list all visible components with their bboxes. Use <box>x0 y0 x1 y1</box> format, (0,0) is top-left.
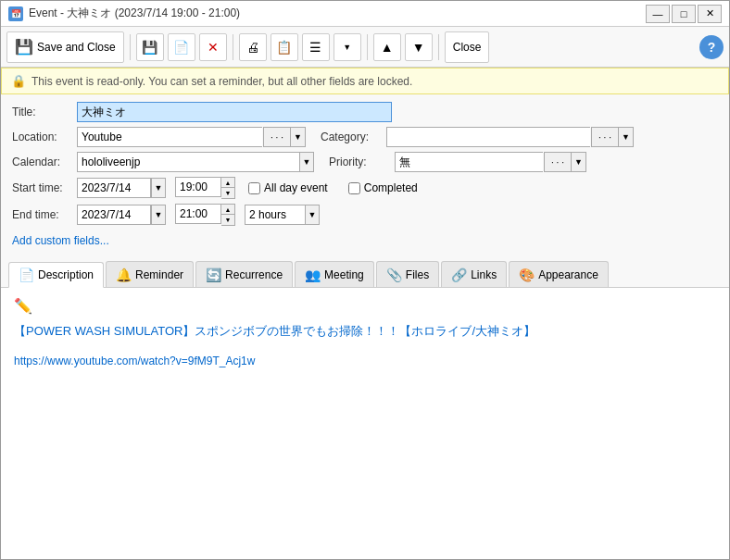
print-button[interactable]: 🖨 <box>239 33 267 61</box>
save-close-button[interactable]: 💾 Save and Close <box>6 31 124 63</box>
priority-combo: · · · ▼ <box>395 152 586 172</box>
end-time-down[interactable]: ▼ <box>221 215 234 225</box>
description-tab-icon: 📄 <box>19 268 34 282</box>
content-main-text: 【POWER WASH SIMULATOR】スポンジボブの世界でもお掃除！！！【… <box>14 322 716 342</box>
list-dropdown-button[interactable]: ▼ <box>334 33 361 61</box>
reminder-tab-icon: 🔔 <box>116 268 132 282</box>
toolbar-separator-3 <box>367 34 368 60</box>
completed-label: Completed <box>364 181 418 194</box>
appearance-tab-icon: 🎨 <box>519 268 535 282</box>
content-area: ✏️ 【POWER WASH SIMULATOR】スポンジボブの世界でもお掃除！… <box>1 288 729 559</box>
calendar-priority-row: Calendar: ▼ Priority: · · · ▼ <box>12 152 718 172</box>
tabs-bar: 📄 Description 🔔 Reminder 🔄 Recurrence 👥 … <box>1 261 729 288</box>
window-icon: 📅 <box>8 6 23 21</box>
title-input[interactable] <box>77 102 392 122</box>
start-date-input[interactable] <box>77 178 151 198</box>
duration-combo: ▼ <box>245 205 320 225</box>
maximize-button[interactable]: □ <box>672 5 696 23</box>
title-bar: 📅 Event - 大神ミオ (2023/7/14 19:00 - 21:00)… <box>1 1 729 27</box>
title-bar-controls: — □ ✕ <box>646 5 722 23</box>
info-message: This event is read-only. You can set a r… <box>31 75 412 88</box>
appearance-tab-label: Appearance <box>538 268 598 281</box>
window-title: Event - 大神ミオ (2023/7/14 19:00 - 21:00) <box>29 6 240 21</box>
toolbar-separator-1 <box>130 34 131 60</box>
end-time-label: End time: <box>12 208 77 221</box>
new-button[interactable]: 📄 <box>168 33 195 61</box>
recurrence-tab-icon: 🔄 <box>206 268 221 282</box>
allday-checkbox-group: All day event <box>248 181 328 194</box>
lock-icon: 🔒 <box>11 74 26 88</box>
duration-dropdown[interactable]: ▼ <box>305 205 320 225</box>
calendar-label: Calendar: <box>12 156 77 168</box>
close-label: Close <box>453 41 482 54</box>
priority-section: Priority: · · · ▼ <box>329 152 586 172</box>
start-date-combo: ▼ <box>77 178 166 198</box>
window-close-button[interactable]: ✕ <box>698 5 722 23</box>
meeting-tab-icon: 👥 <box>305 268 321 282</box>
description-tab-label: Description <box>38 268 94 281</box>
category-input[interactable] <box>386 127 590 147</box>
delete-button[interactable]: ✕ <box>199 33 227 61</box>
location-dots-button[interactable]: · · · <box>263 127 291 147</box>
start-time-combo: ▲ ▼ <box>175 177 235 199</box>
page-button[interactable]: 📋 <box>271 33 298 61</box>
start-time-down[interactable]: ▼ <box>221 188 234 198</box>
tab-recurrence[interactable]: 🔄 Recurrence <box>195 261 293 287</box>
duration-input[interactable] <box>245 205 305 225</box>
priority-dots-button[interactable]: · · · <box>544 152 572 172</box>
category-dropdown-button[interactable]: ▼ <box>619 127 634 147</box>
category-label: Category: <box>321 131 381 143</box>
add-custom-link[interactable]: Add custom fields... <box>12 230 109 249</box>
end-time-up[interactable]: ▲ <box>221 205 234 215</box>
tab-reminder[interactable]: 🔔 Reminder <box>106 261 194 287</box>
meeting-tab-label: Meeting <box>324 268 364 281</box>
location-dropdown-button[interactable]: ▼ <box>291 127 306 147</box>
toolbar-separator-2 <box>233 34 233 60</box>
end-time-input[interactable] <box>175 204 221 224</box>
location-input[interactable] <box>77 127 262 147</box>
completed-checkbox-group: Completed <box>348 181 418 194</box>
add-custom-row: Add custom fields... <box>12 230 718 249</box>
toolbar: 💾 Save and Close 💾 📄 ✕ 🖨 📋 ☰ ▼ ▲ ▼ Close… <box>1 27 729 68</box>
start-time-group: ▼ ▲ ▼ All day event Completed <box>77 177 418 199</box>
priority-dropdown-button[interactable]: ▼ <box>572 152 586 172</box>
tab-description[interactable]: 📄 Description <box>8 262 104 288</box>
allday-checkbox[interactable] <box>248 182 260 194</box>
end-time-group: ▼ ▲ ▼ ▼ <box>77 204 320 226</box>
start-date-dropdown[interactable]: ▼ <box>151 178 166 198</box>
next-button[interactable]: ▼ <box>405 33 433 61</box>
title-label: Title: <box>12 106 77 118</box>
list-button[interactable]: ☰ <box>302 33 330 61</box>
files-tab-icon: 📎 <box>386 268 402 282</box>
start-time-up[interactable]: ▲ <box>221 178 234 188</box>
tab-meeting[interactable]: 👥 Meeting <box>295 261 374 287</box>
prev-button[interactable]: ▲ <box>373 33 401 61</box>
end-date-input[interactable] <box>77 205 151 225</box>
location-combo: · · · ▼ <box>77 127 306 147</box>
completed-checkbox[interactable] <box>348 182 360 194</box>
calendar-dropdown-button[interactable]: ▼ <box>299 152 314 172</box>
minimize-button[interactable]: — <box>646 5 670 23</box>
info-bar: 🔒 This event is read-only. You can set a… <box>1 68 729 94</box>
help-button[interactable]: ? <box>699 35 724 59</box>
tab-links[interactable]: 🔗 Links <box>441 261 507 287</box>
form-area: Title: Location: · · · ▼ Category: · · ·… <box>1 94 729 261</box>
tab-files[interactable]: 📎 Files <box>376 261 439 287</box>
title-bar-left: 📅 Event - 大神ミオ (2023/7/14 19:00 - 21:00) <box>8 6 240 21</box>
save-icon: 💾 <box>15 38 33 56</box>
tab-appearance[interactable]: 🎨 Appearance <box>509 261 609 287</box>
edit-icon[interactable]: ✏️ <box>14 298 32 314</box>
close-button[interactable]: Close <box>445 31 490 63</box>
content-link[interactable]: https://www.youtube.com/watch?v=9fM9T_Ac… <box>14 355 255 367</box>
start-time-input[interactable] <box>175 177 221 197</box>
end-time-spinner: ▲ ▼ <box>221 204 235 226</box>
content-toolbar: ✏️ <box>14 297 716 315</box>
save-button[interactable]: 💾 <box>136 33 164 61</box>
links-tab-icon: 🔗 <box>451 268 467 282</box>
links-tab-label: Links <box>471 268 497 281</box>
priority-input[interactable] <box>395 152 543 172</box>
end-date-dropdown[interactable]: ▼ <box>151 205 166 225</box>
calendar-input[interactable] <box>77 152 299 172</box>
end-date-combo: ▼ <box>77 205 166 225</box>
category-dots-button[interactable]: · · · <box>591 127 619 147</box>
